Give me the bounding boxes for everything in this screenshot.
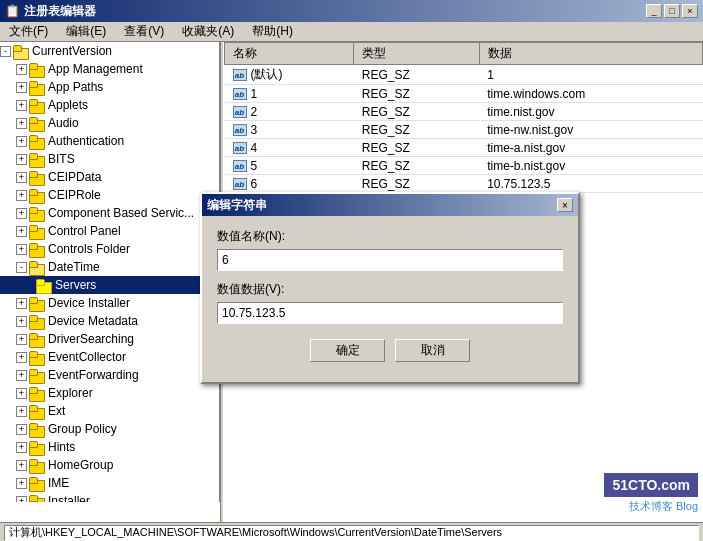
title-bar-buttons: _ □ × xyxy=(646,4,698,18)
menu-view[interactable]: 查看(V) xyxy=(120,22,168,41)
dialog-ok-button[interactable]: 确定 xyxy=(310,339,385,362)
dialog-buttons: 确定 取消 xyxy=(217,334,563,370)
maximize-button[interactable]: □ xyxy=(664,4,680,18)
minimize-button[interactable]: _ xyxy=(646,4,662,18)
menu-bar: 文件(F) 编辑(E) 查看(V) 收藏夹(A) 帮助(H) xyxy=(0,22,703,42)
title-bar-left: 📋 注册表编辑器 xyxy=(5,3,96,20)
dialog-name-input[interactable] xyxy=(217,249,563,271)
modal-overlay: 编辑字符串 × 数值名称(N): 数值数据(V): 确定 取消 xyxy=(0,42,703,522)
app-icon: 📋 xyxy=(5,4,20,18)
menu-edit[interactable]: 编辑(E) xyxy=(62,22,110,41)
dialog-name-label: 数值名称(N): xyxy=(217,228,563,245)
main-content: - CurrentVersion + App Management + App … xyxy=(0,42,703,522)
title-bar: 📋 注册表编辑器 _ □ × xyxy=(0,0,703,22)
menu-file[interactable]: 文件(F) xyxy=(5,22,52,41)
menu-help[interactable]: 帮助(H) xyxy=(248,22,297,41)
dialog-title: 编辑字符串 xyxy=(207,197,267,214)
status-path: 计算机\HKEY_LOCAL_MACHINE\SOFTWARE\Microsof… xyxy=(4,525,699,541)
dialog-data-input[interactable] xyxy=(217,302,563,324)
status-bar: 计算机\HKEY_LOCAL_MACHINE\SOFTWARE\Microsof… xyxy=(0,522,703,541)
dialog-cancel-button[interactable]: 取消 xyxy=(395,339,470,362)
menu-favorites[interactable]: 收藏夹(A) xyxy=(178,22,238,41)
edit-string-dialog: 编辑字符串 × 数值名称(N): 数值数据(V): 确定 取消 xyxy=(200,192,580,384)
close-button[interactable]: × xyxy=(682,4,698,18)
dialog-title-bar: 编辑字符串 × xyxy=(202,194,578,216)
dialog-data-label: 数值数据(V): xyxy=(217,281,563,298)
app-title: 注册表编辑器 xyxy=(24,3,96,20)
dialog-close-button[interactable]: × xyxy=(557,198,573,212)
dialog-content: 数值名称(N): 数值数据(V): 确定 取消 xyxy=(202,216,578,382)
